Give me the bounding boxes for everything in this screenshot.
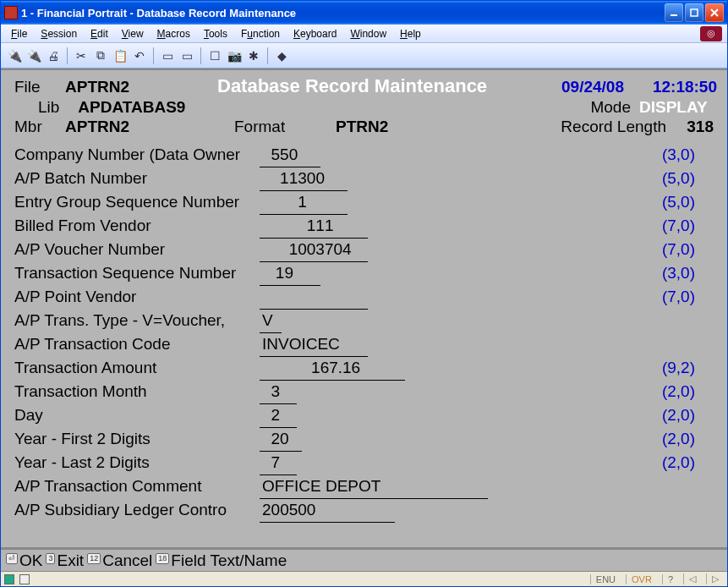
status-help-icon[interactable]: ? xyxy=(662,574,678,584)
field-row: Year - First 2 Digits 20 (2,0) xyxy=(14,427,717,451)
field-label: Company Number (Data Owner xyxy=(14,143,260,167)
terminal-screen[interactable]: File APTRN2 Database Record Maintenance … xyxy=(1,69,727,547)
menu-session[interactable]: Session xyxy=(36,27,82,41)
format-label: Format xyxy=(234,118,336,136)
field-row: Company Number (Data Owner 550(3,0) xyxy=(14,143,717,167)
fields-list: Company Number (Data Owner 550(3,0)A/P B… xyxy=(14,143,717,522)
help-icon[interactable]: ◆ xyxy=(273,47,290,64)
field-value[interactable]: 11300 xyxy=(260,167,348,191)
fnkey-cancel[interactable]: 12Cancel xyxy=(87,551,152,570)
field-row: A/P Transaction CommentOFFICE DEPOT xyxy=(14,475,717,498)
field-type: (7,0) xyxy=(662,238,717,261)
field-row: Year - Last 2 Digits 7 (2,0) xyxy=(14,451,717,475)
status-screen-icon xyxy=(19,574,30,584)
statusbar: ENU OVR ? ◁ ▷ xyxy=(1,571,727,586)
field-value[interactable]: 7 xyxy=(260,451,297,475)
field-type: (2,0) xyxy=(662,427,717,451)
field-row: Day 2 (2,0) xyxy=(14,403,717,427)
titlebar: 1 - Financial Portrait - Database Record… xyxy=(1,1,727,25)
mbr-value: APTRN2 xyxy=(65,118,234,136)
field-value[interactable]: 200500 xyxy=(260,498,395,523)
fnkey-fieldtext[interactable]: 18Field Text/Name xyxy=(156,551,287,570)
field-value[interactable]: 550 xyxy=(260,143,320,167)
menu-file[interactable]: File xyxy=(6,27,32,41)
field-label: Day xyxy=(14,403,260,427)
field-label: A/P Batch Number xyxy=(14,167,260,190)
field-label: A/P Voucher Number xyxy=(14,238,260,261)
field-type: (9,2) xyxy=(662,356,717,380)
field-label: Entry Group Sequence Number xyxy=(14,190,260,214)
reclen-label: Record Length xyxy=(561,118,666,136)
connect-icon[interactable]: 🔌 xyxy=(6,47,23,64)
field-value[interactable]: 19 xyxy=(260,261,320,286)
screen2-icon[interactable]: ▭ xyxy=(178,47,195,64)
field-value[interactable]: 1 xyxy=(260,190,348,215)
field-value[interactable]: 167.16 xyxy=(260,356,405,381)
tool-a-icon[interactable]: ☐ xyxy=(206,47,223,64)
fnkey-ok[interactable]: ⏎OK xyxy=(6,551,42,570)
field-value[interactable]: 20 xyxy=(260,427,302,452)
field-type: (2,0) xyxy=(662,451,717,475)
field-type: (7,0) xyxy=(662,285,717,309)
maximize-button[interactable] xyxy=(685,3,703,22)
function-keys-bar: ⏎OK 3Exit 12Cancel 18Field Text/Name xyxy=(1,547,727,571)
menu-macros[interactable]: Macros xyxy=(152,27,195,41)
menu-tools[interactable]: Tools xyxy=(199,27,233,41)
field-type: (3,0) xyxy=(662,261,717,285)
field-row: A/P Transaction CodeINVOICEC xyxy=(14,332,717,356)
field-value[interactable]: 2 xyxy=(260,403,297,428)
field-row: A/P Batch Number 11300(5,0) xyxy=(14,167,717,190)
svg-rect-1 xyxy=(691,9,698,16)
menu-keyboard[interactable]: Keyboard xyxy=(288,27,342,41)
field-value[interactable]: 111 xyxy=(260,214,368,239)
file-label: File xyxy=(14,78,65,96)
field-label: A/P Subsidiary Ledger Contro xyxy=(14,498,260,522)
undo-icon[interactable]: ↶ xyxy=(131,47,148,64)
field-label: A/P Trans. Type - V=Voucher, xyxy=(14,309,260,332)
field-row: Transaction Month 3 (2,0) xyxy=(14,380,717,403)
field-label: A/P Transaction Code xyxy=(14,332,260,356)
field-value[interactable]: V xyxy=(260,309,282,333)
screen1-icon[interactable]: ▭ xyxy=(159,47,176,64)
fnkey-exit[interactable]: 3Exit xyxy=(46,551,84,570)
field-row: A/P Subsidiary Ledger Contro200500 xyxy=(14,498,717,522)
field-type: (5,0) xyxy=(662,190,717,214)
menu-edit[interactable]: Edit xyxy=(85,27,113,41)
status-ovr: OVR xyxy=(626,574,657,584)
menu-view[interactable]: View xyxy=(117,27,149,41)
menu-window[interactable]: Window xyxy=(345,27,391,41)
file-value: APTRN2 xyxy=(65,78,217,96)
field-row: Transaction Amount 167.16 (9,2) xyxy=(14,356,717,380)
mbr-label: Mbr xyxy=(14,118,65,136)
field-type: (3,0) xyxy=(662,143,717,167)
field-value[interactable]: OFFICE DEPOT xyxy=(260,475,488,499)
screen-title: Database Record Maintenance xyxy=(217,75,533,97)
field-label: Transaction Month xyxy=(14,380,260,403)
camera-icon[interactable]: 📷 xyxy=(226,47,243,64)
field-value[interactable]: 3 xyxy=(260,380,297,404)
field-value[interactable]: INVOICEC xyxy=(260,332,368,357)
status-prev-icon[interactable]: ◁ xyxy=(683,573,701,584)
field-value[interactable]: 1003704 xyxy=(260,238,368,262)
menu-help[interactable]: Help xyxy=(395,27,426,41)
gear-icon[interactable]: ✱ xyxy=(245,47,262,64)
status-next-icon[interactable]: ▷ xyxy=(706,573,724,584)
field-value[interactable] xyxy=(260,285,368,310)
disconnect-icon[interactable]: 🔌 xyxy=(25,47,42,64)
app-icon xyxy=(4,6,18,19)
date: 09/24/08 xyxy=(533,78,624,96)
mode-label: Mode xyxy=(590,98,631,117)
copy-icon[interactable]: ⧉ xyxy=(92,47,109,64)
menu-function[interactable]: Function xyxy=(236,27,285,41)
print-icon[interactable]: 🖨 xyxy=(45,47,62,64)
minimize-button[interactable] xyxy=(665,3,683,22)
window-title: 1 - Financial Portrait - Database Record… xyxy=(21,7,665,19)
field-label: Transaction Amount xyxy=(14,356,260,380)
field-row: Billed From Vendor 111(7,0) xyxy=(14,214,717,238)
close-button[interactable] xyxy=(705,3,724,22)
svg-rect-0 xyxy=(671,14,677,16)
format-value: PTRN2 xyxy=(336,118,505,136)
status-lang: ENU xyxy=(590,574,621,584)
paste-icon[interactable]: 📋 xyxy=(112,47,129,64)
cut-icon[interactable]: ✂ xyxy=(73,47,90,64)
